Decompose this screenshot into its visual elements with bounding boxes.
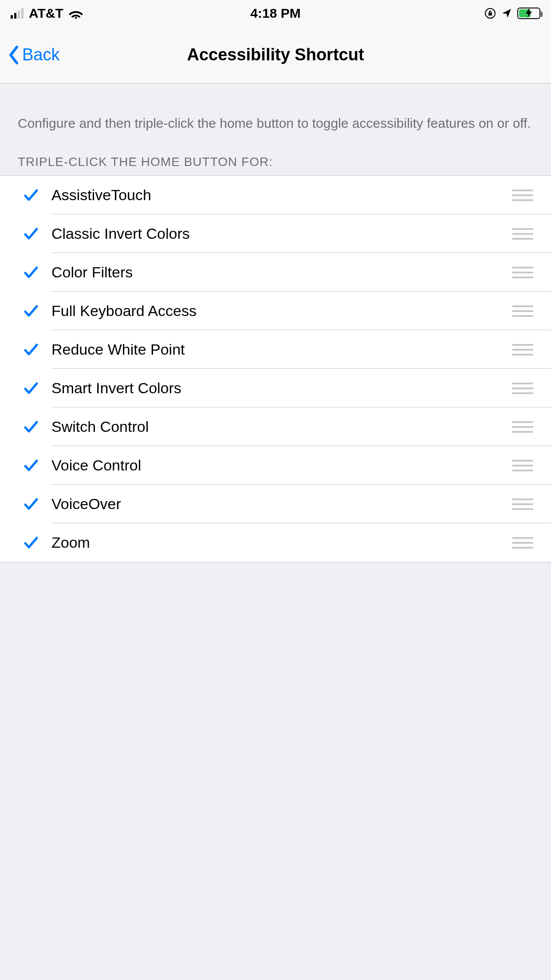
checkmark-icon <box>21 458 41 473</box>
list-item[interactable]: Smart Invert Colors <box>0 369 551 407</box>
location-icon <box>501 8 512 19</box>
drag-handle-icon[interactable] <box>512 383 533 394</box>
status-right <box>484 8 540 19</box>
options-list: AssistiveTouchClassic Invert ColorsColor… <box>0 175 551 562</box>
list-item[interactable]: Full Keyboard Access <box>0 292 551 330</box>
chevron-left-icon <box>8 45 20 65</box>
drag-handle-icon[interactable] <box>512 537 533 549</box>
checkmark-icon <box>21 342 41 357</box>
list-item-label: Zoom <box>41 534 512 551</box>
list-item[interactable]: Classic Invert Colors <box>0 214 551 253</box>
back-button[interactable]: Back <box>0 27 59 83</box>
list-item-label: Voice Control <box>41 457 512 474</box>
list-item-label: Color Filters <box>41 264 512 281</box>
drag-handle-icon[interactable] <box>512 228 533 240</box>
wifi-icon <box>69 8 83 19</box>
drag-handle-icon[interactable] <box>512 344 533 356</box>
drag-handle-icon[interactable] <box>512 305 533 317</box>
checkmark-icon <box>21 226 41 241</box>
list-item-label: AssistiveTouch <box>41 186 512 204</box>
list-item[interactable]: VoiceOver <box>0 485 551 523</box>
checkmark-icon <box>21 535 41 550</box>
list-item-label: Switch Control <box>41 418 512 435</box>
drag-handle-icon[interactable] <box>512 190 533 201</box>
checkmark-icon <box>21 381 41 396</box>
drag-handle-icon[interactable] <box>512 498 533 510</box>
status-left: AT&T <box>11 6 83 21</box>
drag-handle-icon[interactable] <box>512 460 533 471</box>
navigation-bar: Back Accessibility Shortcut <box>0 27 551 83</box>
carrier-label: AT&T <box>29 6 63 21</box>
drag-handle-icon[interactable] <box>512 421 533 433</box>
list-item-label: Full Keyboard Access <box>41 302 512 320</box>
list-item[interactable]: Voice Control <box>0 446 551 485</box>
battery-icon <box>517 8 540 19</box>
checkmark-icon <box>21 188 41 203</box>
checkmark-icon <box>21 265 41 280</box>
cellular-signal-icon <box>11 8 24 19</box>
list-item[interactable]: Color Filters <box>0 253 551 292</box>
list-item[interactable]: Switch Control <box>0 407 551 446</box>
list-item-label: Classic Invert Colors <box>41 225 512 242</box>
list-item-label: Reduce White Point <box>41 341 512 358</box>
list-item[interactable]: AssistiveTouch <box>0 176 551 214</box>
orientation-lock-icon <box>484 8 496 19</box>
list-item[interactable]: Reduce White Point <box>0 330 551 369</box>
status-bar: AT&T 4:18 PM <box>0 0 551 27</box>
list-item-label: VoiceOver <box>41 495 512 513</box>
checkmark-icon <box>21 304 41 319</box>
status-time: 4:18 PM <box>250 6 300 21</box>
list-item[interactable]: Zoom <box>0 523 551 562</box>
back-label: Back <box>22 45 59 64</box>
section-header: TRIPLE-CLICK THE HOME BUTTON FOR: <box>0 132 551 175</box>
page-title: Accessibility Shortcut <box>187 45 364 64</box>
list-item-label: Smart Invert Colors <box>41 379 512 397</box>
section-description: Configure and then triple-click the home… <box>0 83 551 132</box>
drag-handle-icon[interactable] <box>512 267 533 278</box>
checkmark-icon <box>21 419 41 435</box>
checkmark-icon <box>21 497 41 512</box>
